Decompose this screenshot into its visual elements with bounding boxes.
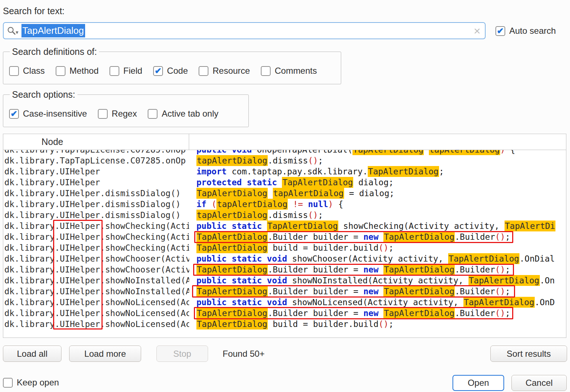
checkbox-box[interactable]: ✔ bbox=[495, 26, 505, 36]
results-header-row: Node bbox=[3, 134, 566, 150]
checkbox-box[interactable] bbox=[56, 66, 65, 76]
checkbox-label: Active tab only bbox=[162, 109, 218, 119]
result-code: TapAlertDialog tapAlertDialog = dialog; bbox=[189, 188, 566, 199]
result-node: dk.library.TapTapLicense.C07285.onOp bbox=[3, 150, 189, 155]
result-node: dk.library.UIHelper.showChecking(Acti bbox=[3, 231, 189, 242]
result-code: TapAlertDialog.Builder builder = new Tap… bbox=[189, 286, 566, 297]
result-code: tapAlertDialog.dismiss(); bbox=[189, 155, 566, 166]
search-input[interactable]: ▾ TapAlertDialog × bbox=[3, 22, 486, 39]
result-row[interactable]: dk.library.UIHelper.showChecking(ActiTap… bbox=[3, 231, 566, 242]
load-more-button[interactable]: Load more bbox=[69, 345, 141, 362]
search-icon[interactable]: ▾ bbox=[7, 26, 19, 36]
load-all-button[interactable]: Load all bbox=[3, 345, 61, 362]
result-row[interactable]: dk.library.UIHelper.showChooser(ActivTap… bbox=[3, 264, 566, 275]
checkbox-comments[interactable]: Comments bbox=[261, 66, 317, 76]
result-row[interactable]: dk.library.UIHelper.showNoLicensed(AcTap… bbox=[3, 308, 566, 319]
results-rows: dk.library.TapTapLicense.C07285.onOppubl… bbox=[3, 150, 566, 330]
checkbox-active-tab-only[interactable]: Active tab only bbox=[148, 109, 218, 119]
results-table: Node dk.library.TapTapLicense.C07285.onO… bbox=[3, 134, 566, 338]
checkbox-box[interactable]: ✔ bbox=[153, 66, 163, 76]
cancel-button[interactable]: Cancel bbox=[511, 375, 567, 391]
result-row[interactable]: dk.library.TapTapLicense.C07285.onOppubl… bbox=[3, 150, 566, 155]
result-node: dk.library.UIHelper.showChooser(Activ bbox=[3, 253, 189, 264]
checkbox-label: Class bbox=[23, 66, 45, 76]
result-row[interactable]: dk.library.UIHelper.showChecking(ActiTap… bbox=[3, 242, 566, 253]
search-dropdown-caret-icon[interactable]: ▾ bbox=[16, 29, 19, 36]
auto-search-checkbox-area: ✔Auto search bbox=[495, 26, 556, 36]
checkbox-box[interactable] bbox=[199, 66, 208, 76]
result-row[interactable]: dk.library.UIHelper.dismissDialog()TapAl… bbox=[3, 188, 566, 199]
result-row[interactable]: dk.library.UIHelper.showChooser(Activpub… bbox=[3, 253, 566, 264]
result-row[interactable]: dk.library.UIHelper.showNoInstalled(ATap… bbox=[3, 286, 566, 297]
checkbox-box[interactable] bbox=[109, 66, 119, 76]
checkbox-method[interactable]: Method bbox=[56, 66, 99, 76]
checkbox-box[interactable] bbox=[3, 378, 13, 388]
result-node: dk.library.UIHelper bbox=[3, 166, 189, 177]
search-definitions-group: Search definitions of: ClassMethodField✔… bbox=[3, 47, 341, 84]
result-row[interactable]: dk.library.UIHelper.showNoInstalled(Apub… bbox=[3, 275, 566, 286]
checkbox-box[interactable]: ✔ bbox=[9, 109, 19, 119]
result-code: TapAlertDialog.Builder builder = new Tap… bbox=[189, 308, 566, 319]
search-input-selected-text[interactable]: TapAlertDialog bbox=[21, 24, 85, 37]
result-node: dk.library.UIHelper.showChecking(Acti bbox=[3, 242, 189, 253]
result-node: dk.library.UIHelper.dismissDialog() bbox=[3, 199, 189, 210]
options-checkbox-row: ✔Case-insensitiveRegexActive tab only bbox=[9, 109, 245, 119]
node-column-header[interactable]: Node bbox=[3, 134, 189, 150]
result-node: dk.library.TapTapLicense.C07285.onOp bbox=[3, 155, 189, 166]
definitions-checkbox-row: ClassMethodField✔CodeResourceComments bbox=[9, 66, 337, 76]
result-code: public static void showNoLicensed(Activi… bbox=[189, 297, 566, 308]
checkbox-keep-open[interactable]: Keep open bbox=[3, 377, 59, 388]
result-node: dk.library.UIHelper bbox=[3, 177, 189, 188]
result-node: dk.library.UIHelper.showChecking(Acti bbox=[3, 221, 189, 231]
clear-search-icon[interactable]: × bbox=[474, 25, 481, 37]
checkbox-box[interactable] bbox=[9, 66, 19, 76]
result-node: dk.library.UIHelper.dismissDialog() bbox=[3, 210, 189, 221]
keep-open-checkbox-area: Keep open bbox=[3, 377, 59, 389]
checkbox-case-insensitive[interactable]: ✔Case-insensitive bbox=[9, 109, 87, 119]
result-row[interactable]: dk.library.UIHelper.dismissDialog()if (t… bbox=[3, 199, 566, 210]
sort-results-button[interactable]: Sort results bbox=[490, 345, 567, 362]
checkbox-label: Regex bbox=[112, 109, 137, 119]
checkbox-label: Auto search bbox=[509, 26, 556, 36]
checkbox-label: Field bbox=[123, 66, 142, 76]
checkbox-box[interactable] bbox=[261, 66, 271, 76]
result-row[interactable]: dk.library.UIHelper.dismissDialog()tapAl… bbox=[3, 210, 566, 221]
checkbox-class[interactable]: Class bbox=[9, 66, 45, 76]
result-row[interactable]: dk.library.TapTapLicense.C07285.onOptapA… bbox=[3, 155, 566, 166]
result-code: TapAlertDialog.Builder builder = new Tap… bbox=[189, 231, 566, 242]
checkbox-resource[interactable]: Resource bbox=[199, 66, 250, 76]
result-row[interactable]: dk.library.UIHelper.showNoLicensed(AcTap… bbox=[3, 319, 566, 330]
checkbox-label: Method bbox=[69, 66, 99, 76]
checkbox-code[interactable]: ✔Code bbox=[153, 66, 188, 76]
search-for-text-label: Search for text: bbox=[3, 6, 65, 16]
stop-button[interactable]: Stop bbox=[156, 345, 208, 362]
result-node: dk.library.UIHelper.showNoLicensed(Ac bbox=[3, 297, 189, 308]
checkbox-field[interactable]: Field bbox=[109, 66, 142, 76]
search-options-group: Search options: ✔Case-insensitiveRegexAc… bbox=[3, 89, 249, 127]
result-code: public static TapAlertDialog showCheckin… bbox=[189, 221, 566, 231]
result-row[interactable]: dk.library.UIHelper.showChecking(Actipub… bbox=[3, 221, 566, 231]
result-code: TapAlertDialog build = builder.build(); bbox=[189, 242, 566, 253]
result-node: dk.library.UIHelper.showChooser(Activ bbox=[3, 264, 189, 275]
checkbox-label: Comments bbox=[275, 66, 317, 76]
found-count-label: Found 50+ bbox=[223, 345, 264, 362]
checkbox-label: Code bbox=[167, 66, 188, 76]
result-row[interactable]: dk.library.UIHelperprotected static TapA… bbox=[3, 177, 566, 188]
checkbox-auto-search[interactable]: ✔Auto search bbox=[495, 26, 556, 36]
result-code: import com.taptap.pay.sdk.library.TapAle… bbox=[189, 166, 566, 177]
search-options-title: Search options: bbox=[10, 89, 77, 100]
result-row[interactable]: dk.library.UIHelperimport com.taptap.pay… bbox=[3, 166, 566, 177]
checkbox-regex[interactable]: Regex bbox=[98, 109, 137, 119]
result-node: dk.library.UIHelper.showNoLicensed(Ac bbox=[3, 319, 189, 330]
checkbox-label: Keep open bbox=[17, 377, 59, 388]
result-node: dk.library.UIHelper.showNoLicensed(Ac bbox=[3, 308, 189, 319]
checkbox-box[interactable] bbox=[148, 109, 158, 119]
result-row[interactable]: dk.library.UIHelper.showNoLicensed(Acpub… bbox=[3, 297, 566, 308]
checkbox-box[interactable] bbox=[98, 109, 108, 119]
open-button[interactable]: Open bbox=[453, 375, 504, 391]
result-code: protected static TapAlertDialog dialog; bbox=[189, 177, 566, 188]
result-node: dk.library.UIHelper.dismissDialog() bbox=[3, 188, 189, 199]
code-column-header bbox=[189, 134, 566, 150]
results-body: dk.library.TapTapLicense.C07285.onOppubl… bbox=[3, 150, 566, 337]
checkbox-label: Case-insensitive bbox=[23, 109, 87, 119]
